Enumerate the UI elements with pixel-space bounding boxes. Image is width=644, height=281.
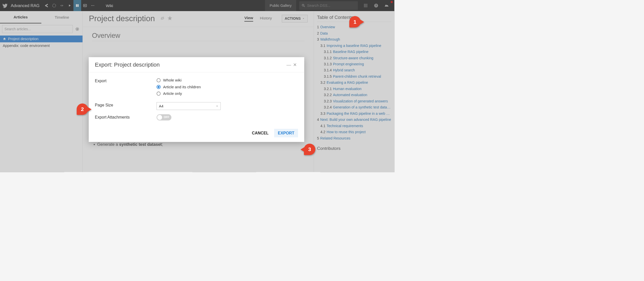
modal-title: Export: Project description	[95, 62, 286, 68]
radio-whole-wiki[interactable]: Whole wiki	[156, 78, 298, 82]
attachments-toggle[interactable]: OFF	[156, 114, 171, 120]
cancel-button[interactable]: CANCEL	[252, 131, 269, 135]
radio-article-children[interactable]: Article and its children	[156, 85, 298, 89]
chevron-down-icon	[216, 105, 218, 107]
page-size-select[interactable]: A4	[156, 102, 220, 110]
modal-close-icon[interactable]: ✕	[292, 62, 298, 67]
page-size-label: Page Size	[95, 102, 157, 110]
export-button[interactable]: EXPORT	[274, 129, 298, 137]
annotation-1: 1	[349, 16, 361, 27]
modal-minimize-icon[interactable]: —	[286, 62, 292, 67]
export-modal: Export: Project description — ✕ Export W…	[89, 57, 304, 142]
radio-article-only[interactable]: Article only	[156, 91, 298, 96]
annotation-2: 2	[77, 103, 88, 115]
attachments-label: Export Attachments	[95, 114, 157, 120]
export-scope-label: Export	[95, 78, 157, 98]
annotation-3: 3	[304, 144, 315, 155]
